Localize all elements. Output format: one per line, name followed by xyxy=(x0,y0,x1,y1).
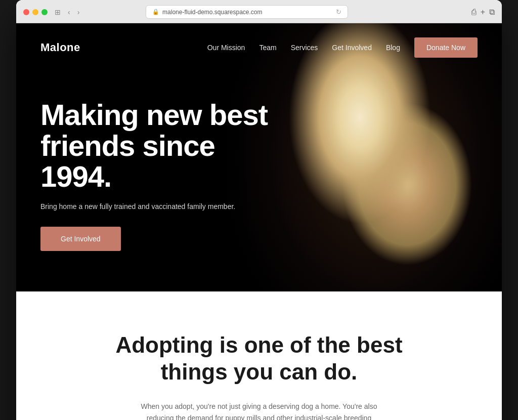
hero-title: Making new best friends since 1994. xyxy=(40,100,293,192)
traffic-lights xyxy=(23,9,48,15)
address-bar[interactable]: 🔒 malone-fluid-demo.squarespace.com ↻ xyxy=(146,5,348,19)
website-content: Malone Our Mission Team Services Get Inv… xyxy=(16,23,502,420)
donate-button[interactable]: Donate Now xyxy=(414,37,478,58)
nav-link-get-involved[interactable]: Get Involved xyxy=(332,44,372,52)
traffic-light-minimize[interactable] xyxy=(32,9,38,15)
reload-icon[interactable]: ↻ xyxy=(336,8,341,16)
forward-button[interactable]: › xyxy=(75,8,82,17)
section-body: When you adopt, you're not just giving a… xyxy=(138,401,380,420)
site-logo[interactable]: Malone xyxy=(40,41,80,54)
traffic-light-fullscreen[interactable] xyxy=(41,9,48,15)
nav-link-blog[interactable]: Blog xyxy=(386,44,400,52)
tabs-overview-button[interactable]: ⧉ xyxy=(489,8,495,16)
nav-link-our-mission[interactable]: Our Mission xyxy=(207,44,245,52)
navbar: Malone Our Mission Team Services Get Inv… xyxy=(16,23,502,72)
nav-link-services[interactable]: Services xyxy=(291,44,318,52)
url-text: malone-fluid-demo.squarespace.com xyxy=(162,9,262,16)
sidebar-toggle-button[interactable]: ⊞ xyxy=(53,8,63,17)
back-button[interactable]: ‹ xyxy=(66,8,72,17)
browser-nav-controls: ⊞ ‹ › xyxy=(53,8,81,17)
section-title: Adopting is one of the best things you c… xyxy=(107,332,411,386)
hero-content: Making new best friends since 1994. Brin… xyxy=(40,100,293,251)
browser-actions: ⎙ + ⧉ xyxy=(471,8,495,16)
hero-subtitle: Bring home a new fully trained and vacci… xyxy=(40,202,293,211)
share-button[interactable]: ⎙ xyxy=(471,8,477,16)
nav-links: Our Mission Team Services Get Involved B… xyxy=(207,37,478,58)
new-tab-button[interactable]: + xyxy=(481,8,485,16)
browser-chrome: ⊞ ‹ › 🔒 malone-fluid-demo.squarespace.co… xyxy=(16,0,502,23)
hero-cta-button[interactable]: Get Involved xyxy=(40,227,121,251)
browser-window: ⊞ ‹ › 🔒 malone-fluid-demo.squarespace.co… xyxy=(16,0,502,420)
lock-icon: 🔒 xyxy=(152,9,159,15)
traffic-light-close[interactable] xyxy=(23,9,29,15)
nav-link-team[interactable]: Team xyxy=(259,44,276,52)
hero-section: Malone Our Mission Team Services Get Inv… xyxy=(16,23,502,291)
adoption-section: Adopting is one of the best things you c… xyxy=(16,291,502,420)
